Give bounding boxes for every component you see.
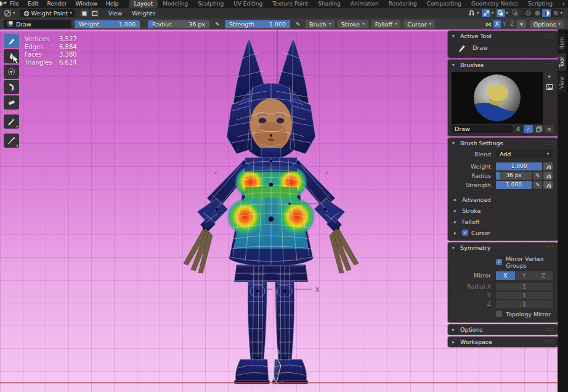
brush-select-dropdown[interactable]: ▾ <box>545 72 554 81</box>
symmetry-y-button[interactable]: Y <box>515 271 534 280</box>
cursor-subpanel[interactable]: ▸ ✓ Cursor <box>448 227 558 241</box>
strength-pressure-toggle[interactable]: ✎ <box>293 20 302 28</box>
add-workspace-button[interactable]: + <box>558 0 568 8</box>
radial-x-field[interactable]: 1 <box>496 283 553 290</box>
3d-viewport[interactable]: X X X x x x Vertices3,527 <box>0 30 568 392</box>
brush-preview[interactable] <box>452 72 543 124</box>
menu-weights[interactable]: Weights <box>128 8 160 18</box>
brush-user-count[interactable]: 4 <box>514 125 522 133</box>
sidebar-tab-tool[interactable]: Tool <box>558 54 566 71</box>
mirror-y-button[interactable]: Y <box>501 20 508 28</box>
drag-handle[interactable]: :::: <box>545 33 553 39</box>
tool-blur-button[interactable] <box>4 49 19 63</box>
brush-popover[interactable]: Brush▾ <box>306 20 335 28</box>
menu-edit[interactable]: Edit <box>23 0 43 8</box>
sidebar-tab-view[interactable]: View <box>558 73 566 92</box>
menu-help[interactable]: Help <box>102 0 123 8</box>
panel-weight-slider[interactable]: 1.000 <box>496 162 542 170</box>
workspace-tab-layout[interactable]: Layout <box>129 0 158 8</box>
proportional-edit-toggle[interactable] <box>482 9 490 17</box>
mirror-x-button[interactable]: X <box>493 20 501 28</box>
weight-slider[interactable]: Weight 1.000 <box>75 20 140 28</box>
tool-sample-weight-button[interactable] <box>4 114 19 129</box>
shading-rendered-button[interactable] <box>551 9 560 17</box>
panel-strength-slider[interactable]: 1.000 <box>496 181 532 189</box>
topology-mirror-checkbox[interactable] <box>496 311 502 317</box>
mirror-vertex-groups-checkbox[interactable]: ✓ <box>496 259 502 265</box>
workspace-tab-compositing[interactable]: Compositing <box>422 0 466 8</box>
shading-wireframe-button[interactable] <box>524 9 532 17</box>
menu-file[interactable]: File <box>6 0 23 8</box>
drag-handle[interactable]: :::: <box>545 327 553 332</box>
workspace-tab-sculpting[interactable]: Sculpting <box>193 0 229 8</box>
cursor-popover[interactable]: Cursor▾ <box>404 20 435 28</box>
radius-slider[interactable]: Radius 36 px <box>148 20 209 28</box>
brush-name-field[interactable]: Draw <box>452 125 513 133</box>
menu-render[interactable]: Render <box>43 0 71 8</box>
falloff-popover[interactable]: Falloff▾ <box>371 20 401 28</box>
stroke-popover[interactable]: Stroke▾ <box>338 20 368 28</box>
tool-annotate-button[interactable] <box>4 134 19 148</box>
snap-chevron-icon[interactable]: ▾ <box>477 11 479 15</box>
drag-handle[interactable]: :::: <box>545 140 553 146</box>
workspace-tab-animation[interactable]: Animation <box>346 0 384 8</box>
symmetry-z-button[interactable]: Z <box>534 271 553 280</box>
mode-selector[interactable]: Weight Paint ▾ <box>20 9 75 17</box>
overlays-chevron-icon[interactable]: ▾ <box>506 11 508 15</box>
active-tool-button[interactable]: Draw <box>4 20 71 28</box>
show-overlays-toggle[interactable] <box>497 9 505 17</box>
tool-average-button[interactable] <box>4 65 19 79</box>
options-popover[interactable]: Options ▾ <box>530 20 564 28</box>
symmetry-panel-header[interactable]: ▾ Symmetry :::: <box>448 242 558 253</box>
editor-type-selector[interactable] <box>3 9 12 17</box>
stroke-subpanel[interactable]: ▸ Stroke <box>448 205 558 216</box>
brush-image-button[interactable] <box>545 82 554 91</box>
shading-solid-button[interactable] <box>533 9 542 17</box>
shading-material-button[interactable] <box>542 9 551 17</box>
drag-handle[interactable]: :::: <box>545 339 553 345</box>
menu-window[interactable]: Window <box>71 0 102 8</box>
blend-mode-dropdown[interactable]: Add ▾ <box>496 150 553 158</box>
strength-brush-mapping-button[interactable] <box>543 181 553 189</box>
paint-mask-face-toggle[interactable] <box>80 9 89 17</box>
mirror-more-dropdown[interactable]: ▾ <box>517 20 526 28</box>
proportional-chevron-icon[interactable]: ▾ <box>491 11 493 15</box>
options-panel-header[interactable]: ▸ Options :::: <box>448 324 558 335</box>
advanced-subpanel[interactable]: ▸ Advanced <box>448 194 558 205</box>
sidebar-tab-item[interactable]: Item <box>558 33 566 52</box>
paint-mask-vertex-toggle[interactable] <box>91 9 99 17</box>
brush-settings-panel-header[interactable]: ▾ Brush Settings :::: <box>448 138 558 148</box>
duplicate-brush-button[interactable] <box>534 125 543 133</box>
workspace-tab-uv-editing[interactable]: UV Editing <box>229 0 267 8</box>
cursor-checkbox[interactable]: ✓ <box>462 230 468 236</box>
falloff-subpanel[interactable]: ▸ Falloff <box>448 216 558 227</box>
radial-y-field[interactable]: 1 <box>496 292 553 299</box>
workspace-tab-shading[interactable]: Shading <box>313 0 346 8</box>
tool-smear-button[interactable] <box>4 80 19 94</box>
unlink-brush-button[interactable]: × <box>545 125 554 133</box>
active-tool-panel-header[interactable]: ▾ Active Tool :::: <box>448 31 558 41</box>
strength-slider[interactable]: Strength 1.000 <box>225 20 290 28</box>
xray-toggle[interactable] <box>511 9 519 17</box>
shading-chevron-icon[interactable]: ▾ <box>560 11 562 15</box>
radius-pressure-toggle[interactable]: ✎ <box>533 172 542 180</box>
workspace-tab-modeling[interactable]: Modeling <box>158 0 193 8</box>
strength-pressure-toggle[interactable]: ✎ <box>533 181 542 189</box>
tool-gradient-button[interactable] <box>4 95 19 110</box>
menu-view[interactable]: View <box>104 8 127 18</box>
workspace-tab-geometry-nodes[interactable]: Geometry Nodes <box>466 0 523 8</box>
workspace-tab-texture-paint[interactable]: Texture Paint <box>267 0 313 8</box>
snap-toggle[interactable] <box>468 9 476 17</box>
drag-handle[interactable]: :::: <box>545 245 553 250</box>
radial-z-field[interactable]: 1 <box>496 300 553 308</box>
workspace-tab-scripting[interactable]: Scripting <box>523 0 558 8</box>
workspace-panel-header[interactable]: ▸ Workspace :::: <box>448 337 558 347</box>
radius-brush-mapping-button[interactable] <box>543 172 553 180</box>
tool-draw-button[interactable] <box>4 34 19 48</box>
drag-handle[interactable]: :::: <box>545 62 553 68</box>
panel-radius-slider[interactable]: 36 px <box>496 172 532 180</box>
radius-pressure-toggle[interactable]: ✎ <box>213 20 222 28</box>
brushes-panel-header[interactable]: ▾ Brushes :::: <box>448 60 558 70</box>
workspace-tab-rendering[interactable]: Rendering <box>384 0 422 8</box>
mirror-z-button[interactable]: Z <box>508 20 516 28</box>
